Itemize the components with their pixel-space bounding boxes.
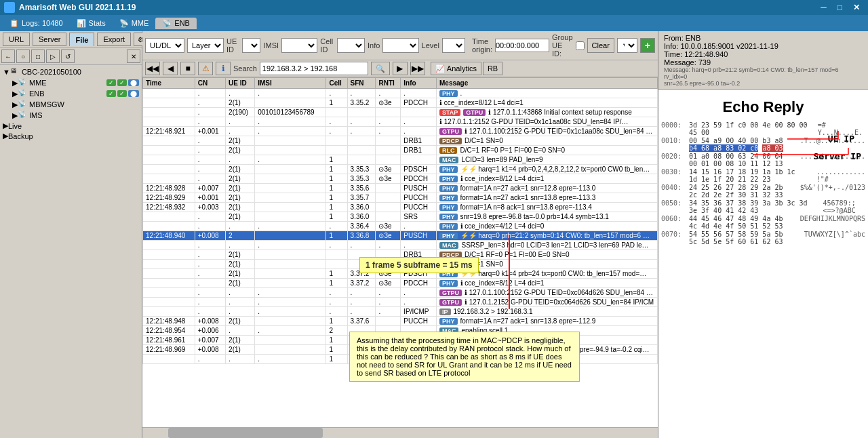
- layer-select[interactable]: Layer: [187, 38, 224, 53]
- clear-select[interactable]: ▼: [617, 38, 637, 53]
- tree-item-cbc[interactable]: ▼ 🖥 CBC-2021050100: [1, 66, 140, 77]
- table-row[interactable]: .......PHY.: [143, 89, 658, 98]
- tree-item-mme[interactable]: ▶ 📡 MME ✓ ✓ ⬤: [1, 77, 140, 88]
- table-row[interactable]: 12:21:48.929+0.0012(1)13.35.7PUCCHPHYfor…: [143, 193, 658, 203]
- message-text: format=1A n=8 ack=1 snr=13.8 epre=-113.4: [460, 203, 592, 211]
- table-row[interactable]: ....3.36.4⊙3e.PHYℹ cce_index=4/12 L=4 dc…: [143, 222, 658, 231]
- table-row[interactable]: 12:21:48.940+0.008213.36.8⊙3ePUSCHPHY⚡⚡ …: [143, 231, 658, 241]
- mme-icon: 📡: [119, 19, 129, 28]
- search-input[interactable]: [260, 62, 368, 75]
- close-btn[interactable]: ✕: [849, 3, 864, 12]
- table-row[interactable]: .2(190)001010123456789STAPGTPUℹ 127.0.1.…: [143, 108, 658, 117]
- file-button[interactable]: File: [69, 33, 94, 46]
- table-row[interactable]: .......GTPUℹ 127.0.1.2152 G-PDU TEID=0xc…: [143, 298, 658, 307]
- message-text: LCID=3 len=89 PAD_len=9: [461, 156, 542, 163]
- table-row[interactable]: 12:21:48.921+0.001......GTPUℹ 127.0.1.10…: [143, 127, 658, 136]
- message-text: SSRSP_len=3 hdr=0 LCID=3 len=21 LCID=3 l…: [461, 241, 651, 249]
- folder-icon-mbms: ▶: [12, 100, 18, 109]
- table-row[interactable]: .2(1)DRB1PDCPD/C=1 SN=0: [143, 136, 658, 146]
- table-row[interactable]: .2(1)DRB1PDCPD/C=1 RF=0 P=1 FI=00 E=0 SN…: [143, 250, 658, 260]
- layer-badge: PHY: [439, 271, 458, 277]
- nav-fwd1-btn[interactable]: ▶: [393, 62, 408, 75]
- layer-badge: PHY: [439, 233, 458, 239]
- search-icon-btn[interactable]: 🔍: [371, 62, 390, 75]
- table-row[interactable]: .2(1)13.36.0SRSPHYsnr=19.8 epre=-96.8 ta…: [143, 212, 658, 222]
- table-row[interactable]: 12:21:48.969+0.0082(1)13.39.7PUSCHPHYhar…: [143, 345, 658, 355]
- minimize-btn[interactable]: ─: [816, 3, 831, 12]
- table-row[interactable]: 12:21:48.928+0.0072(1)13.35.6PUSCHPHYfor…: [143, 184, 658, 193]
- table-row[interactable]: .2(1)13.37.2⊙3ePDCCHPHYℹ cce_index=8/12 …: [143, 279, 658, 288]
- tab-mme[interactable]: 📡 MME: [113, 18, 156, 29]
- table-row[interactable]: .......MACSSRSP_len=3 hdr=0 LCID=3 len=2…: [143, 241, 658, 250]
- level-select[interactable]: [442, 38, 465, 53]
- table-row[interactable]: .......GTPUℹ 127.0.1.100:2152 G-PDU TEID…: [143, 288, 658, 298]
- table-row[interactable]: .2(1)DRB1PDCPD/C=1 SN=0: [143, 260, 658, 269]
- table-row[interactable]: ...13.40.1⊙3ePHICHPHYgroup=3 seq=4 hi=1: [143, 355, 658, 364]
- info-select[interactable]: [382, 38, 418, 53]
- tab-enb[interactable]: 📡 ENB: [155, 18, 197, 29]
- tree-item-live[interactable]: ▶ Live: [1, 121, 140, 131]
- tree-item-mbmsgw[interactable]: ▶ 📡 MBMSGW: [1, 99, 140, 110]
- maximize-btn[interactable]: □: [833, 3, 846, 12]
- sidebar-refresh-btn[interactable]: ○: [16, 49, 30, 63]
- server-button[interactable]: Server: [33, 33, 66, 46]
- export-button[interactable]: Export: [97, 33, 131, 46]
- tab-stats[interactable]: 📊 Stats: [70, 18, 113, 29]
- rb-btn[interactable]: RB: [483, 62, 502, 75]
- horizontal-scrollbar[interactable]: [142, 427, 658, 438]
- table-container[interactable]: Time CN UE ID IMSI Cell SFN RNTI Info Me…: [142, 77, 658, 427]
- sidebar-close-btn[interactable]: ✕: [127, 49, 140, 63]
- group-ue-checkbox[interactable]: [576, 41, 585, 50]
- layer-badge: PHY: [439, 318, 458, 325]
- tab-logs[interactable]: 📋 Logs: 10480: [3, 18, 70, 29]
- table-row[interactable]: .2(1)DRB1RLCD/C=1 RF=0 P=1 FI=00 E=0 SN=…: [143, 146, 658, 155]
- table-row[interactable]: .2(1)13.35.3⊙3ePDSCHPHY⚡⚡ harq=1 k1=4 pr…: [143, 165, 658, 174]
- layer-badge2: GTPU: [463, 109, 486, 116]
- sidebar-play-btn[interactable]: ▷: [46, 49, 60, 63]
- ul-dl-select[interactable]: UL/DL: [145, 38, 184, 53]
- tree-item-enb[interactable]: ▶ 📡 ENB ✓ ✓ ⬤: [1, 88, 140, 99]
- table-row[interactable]: ...1MACLCID=3 len=89 PAD_len=9: [143, 155, 658, 165]
- hex-bytes: 3d 23 59 1f c0 00 4e 00 80 00 45 00: [689, 121, 808, 136]
- time-origin-input[interactable]: [495, 39, 549, 52]
- table-row[interactable]: .......ℹ 127.0.1.1:2152 G-PDU TEID=0x1c1…: [143, 117, 658, 127]
- clear-button[interactable]: Clear: [587, 38, 614, 53]
- enb-badge1: ✓: [106, 90, 116, 97]
- hex-line: 0050:34 35 36 37 38 39 3a 3b 3c 3d 3e 3f…: [661, 199, 865, 214]
- nav-info-btn[interactable]: ℹ: [216, 62, 231, 75]
- table-row[interactable]: ......IP/ICMPIP192.168.3.2 > 192.168.3.1: [143, 307, 658, 317]
- table-row[interactable]: 12:21:48.932+0.0032(1)13.36.0PUCCHPHYfor…: [143, 203, 658, 212]
- table-row[interactable]: 12:21:48.954+0.006..2MACenabling scell 1: [143, 326, 658, 336]
- table-row[interactable]: 12:21:48.961+0.0072(1)13.39.3⊙3ePDCCHPHY…: [143, 336, 658, 345]
- ue-id-select[interactable]: [242, 38, 261, 53]
- sidebar-stop-btn[interactable]: □: [31, 49, 45, 63]
- nav-back1-btn[interactable]: ◀: [163, 62, 178, 75]
- sidebar-back-btn[interactable]: ←: [1, 49, 15, 63]
- right-panel-content: Echo Reply 0000:3d 23 59 1f c0 00 4e 00 …: [658, 90, 868, 438]
- folder-icon-ims: ▶: [12, 111, 18, 120]
- tabbar: 📋 Logs: 10480 📊 Stats 📡 MME 📡 ENB: [0, 15, 868, 31]
- table-row[interactable]: .2(1)13.35.2⊙3ePDCCHℹ cce_index=8/12 L=4…: [143, 98, 658, 108]
- nav-warn-btn[interactable]: ⚠: [198, 62, 213, 75]
- message-text: D/C=1 RF=0 P=1 FI=00 E=0 SN=0: [465, 251, 570, 258]
- table-row[interactable]: .2(1)13.35.3⊙3ePDCCHPHYℹ cce_index=8/12 …: [143, 174, 658, 184]
- layer-badge: MAC: [439, 157, 459, 163]
- sidebar-loop-btn[interactable]: ↺: [61, 49, 75, 63]
- imsi-select[interactable]: [281, 38, 317, 53]
- tree-item-ims[interactable]: ▶ 📡 IMS: [1, 110, 140, 121]
- folder-icon-enb: ▶: [12, 89, 18, 98]
- message-text: harq=5 prb=19:4 symb=0:14 snr=26.6 epre=…: [460, 346, 650, 353]
- tree-item-backup[interactable]: ▶ Backup: [1, 131, 140, 141]
- nav-stop-btn[interactable]: ■: [180, 62, 195, 75]
- analytics-btn[interactable]: 📈 Analytics: [431, 62, 481, 75]
- add-button[interactable]: +: [640, 38, 655, 53]
- cell-id-select[interactable]: [337, 38, 365, 53]
- url-button[interactable]: URL: [3, 33, 30, 46]
- message-text: ℹ 127.0.1.1:2152 G-PDU TEID=0x1c1aa08c S…: [439, 118, 629, 125]
- table-row[interactable]: .2(1)13.37.2⊙3ePDSCHPHY⚡⚡ harq=0 k1=4 pr…: [143, 269, 658, 279]
- col-cell: Cell: [326, 78, 347, 89]
- layer-badge: PHY: [439, 223, 458, 230]
- nav-fwd2-btn[interactable]: ▶▶: [410, 62, 425, 75]
- table-row[interactable]: 12:21:48.948+0.0082(1)13.37.6PUCCHPHYfor…: [143, 317, 658, 326]
- nav-back2-btn[interactable]: ◀◀: [145, 62, 160, 75]
